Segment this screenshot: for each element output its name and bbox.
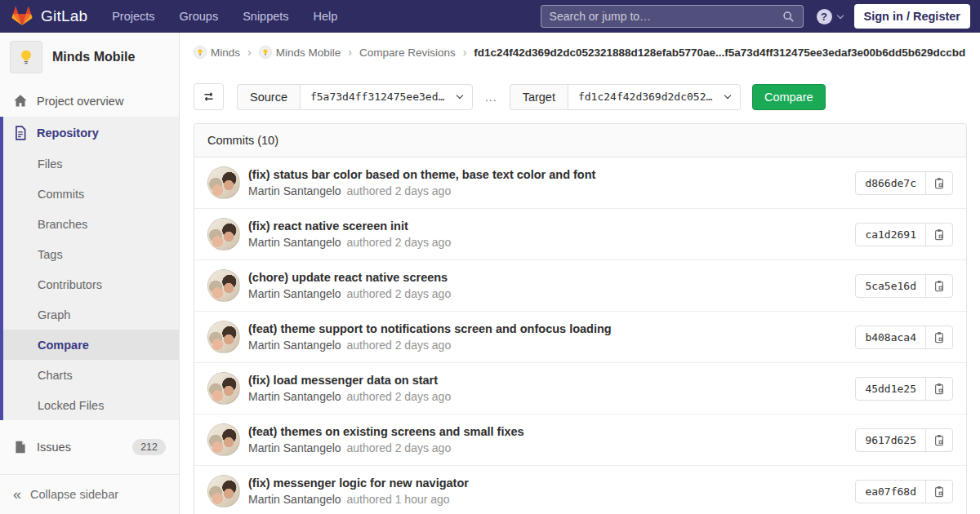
- commit-row: (feat) theme support to notifications sc…: [194, 312, 966, 363]
- commit-author-avatar[interactable]: [207, 372, 240, 405]
- compare-button[interactable]: Compare: [752, 84, 826, 110]
- breadcrumb-label: Compare Revisions: [359, 47, 456, 59]
- commit-sha-button[interactable]: ca1d2691: [855, 223, 926, 246]
- sidebar-repo-subitem[interactable]: Commits: [3, 179, 179, 209]
- breadcrumb-separator: ›: [247, 46, 252, 59]
- commit-author-link[interactable]: Martin Santangelo: [248, 236, 341, 249]
- commit-sha-button[interactable]: d866de7c: [855, 171, 926, 195]
- question-circle-icon: ?: [817, 9, 832, 24]
- commit-author-link[interactable]: Martin Santangelo: [248, 184, 341, 197]
- commit-sha-group: 45dd1e25: [855, 377, 953, 401]
- collapse-sidebar-label: Collapse sidebar: [30, 488, 118, 501]
- project-avatar-small: [259, 46, 272, 59]
- sidebar-item-label: Repository: [37, 126, 99, 140]
- sidebar-item-project-overview[interactable]: Project overview: [0, 86, 179, 117]
- breadcrumb-separator: ›: [463, 46, 467, 59]
- breadcrumb-item-minds-mobile[interactable]: Minds Mobile: [259, 46, 341, 59]
- sidebar-item-issues[interactable]: Issues 212: [0, 432, 179, 463]
- commit-title-link[interactable]: (fix) load messenger data on start: [248, 374, 842, 387]
- lightbulb-icon: [17, 48, 35, 66]
- navbar-link[interactable]: Groups: [180, 10, 219, 23]
- navbar-link[interactable]: Help: [314, 10, 338, 23]
- source-ref-dropdown[interactable]: f5a73d4ff312475ee3ed…: [300, 84, 473, 110]
- commit-row: (chore) update react native screens Mart…: [194, 260, 966, 312]
- sidebar-repo-subitem[interactable]: Locked Files: [3, 390, 179, 420]
- commit-author-avatar[interactable]: [207, 218, 240, 250]
- commit-meta: Martin Santangelo authored 2 days ago: [248, 441, 842, 454]
- commit-title-link[interactable]: (chore) update react native screens: [248, 271, 842, 284]
- commit-info: (fix) messenger logic for new navigator …: [248, 476, 842, 506]
- commit-author-avatar[interactable]: [207, 423, 240, 456]
- search-box[interactable]: [541, 5, 804, 28]
- breadcrumb-current-revision: fd1c24f42d369d2dc052321888d128efab5770ae…: [474, 47, 965, 59]
- breadcrumb-item-minds[interactable]: Minds: [194, 46, 240, 59]
- commit-sha-button[interactable]: b408aca4: [855, 326, 926, 349]
- doc-text-icon: [13, 126, 28, 140]
- sidebar-repo-subitem[interactable]: Graph: [3, 299, 179, 330]
- navbar-link[interactable]: Snippets: [243, 10, 288, 23]
- commit-info: (feat) themes on existing screens and sm…: [248, 425, 842, 454]
- commit-title-link[interactable]: (fix) messenger logic for new navigator: [248, 476, 842, 490]
- copy-commit-sha-button[interactable]: [925, 480, 953, 503]
- copy-commit-sha-button[interactable]: [925, 171, 953, 195]
- commit-author-avatar[interactable]: [207, 321, 240, 353]
- copy-commit-sha-button[interactable]: [925, 428, 953, 452]
- sidebar-repo-subitem[interactable]: Contributors: [3, 269, 179, 299]
- copy-commit-sha-button[interactable]: [925, 274, 953, 298]
- clipboard-copy-icon: [933, 331, 945, 343]
- project-header[interactable]: Minds Mobile: [0, 33, 179, 86]
- search-icon: [782, 11, 795, 23]
- commit-author-avatar[interactable]: [207, 269, 240, 302]
- commit-title-link[interactable]: (feat) themes on existing screens and sm…: [248, 425, 842, 438]
- commit-author-link[interactable]: Martin Santangelo: [248, 287, 341, 300]
- swap-revisions-button[interactable]: [194, 83, 224, 110]
- commit-author-link[interactable]: Martin Santangelo: [248, 493, 341, 506]
- clipboard-copy-icon: [933, 228, 945, 241]
- sign-in-register-button[interactable]: Sign in / Register: [854, 4, 970, 29]
- commit-title-link[interactable]: (fix) react native scereen init: [248, 219, 842, 233]
- copy-commit-sha-button[interactable]: [925, 223, 953, 246]
- sidebar-repo-subitems: FilesCommitsBranchesTagsContributorsGrap…: [3, 148, 179, 420]
- help-menu[interactable]: ?: [817, 9, 843, 24]
- gitlab-logo[interactable]: GitLab: [11, 7, 87, 27]
- commit-author-avatar[interactable]: [207, 475, 240, 507]
- commit-row: (fix) react native scereen init Martin S…: [194, 209, 966, 260]
- breadcrumb-item-compare-revisions[interactable]: Compare Revisions: [359, 47, 456, 59]
- project-name: Minds Mobile: [52, 50, 135, 64]
- double-chevron-left-icon: «: [13, 487, 21, 502]
- group-avatar: [194, 46, 207, 59]
- copy-commit-sha-button[interactable]: [925, 326, 953, 349]
- commit-authored-time: authored 2 days ago: [347, 184, 452, 197]
- chevron-down-icon: [457, 92, 463, 99]
- commit-list: (fix) status bar color based on theme, b…: [194, 157, 966, 514]
- breadcrumb-label: Minds: [211, 47, 240, 59]
- commit-title-link[interactable]: (fix) status bar color based on theme, b…: [248, 168, 842, 181]
- commit-author-link[interactable]: Martin Santangelo: [248, 339, 341, 352]
- search-input[interactable]: [550, 10, 782, 23]
- sidebar-repo-subitem[interactable]: Charts: [3, 360, 179, 390]
- commit-sha-button[interactable]: 9617d625: [855, 428, 926, 452]
- sidebar-repo-subitem[interactable]: Branches: [3, 209, 179, 239]
- commit-sha-button[interactable]: 45dd1e25: [855, 377, 926, 401]
- commit-author-link[interactable]: Martin Santangelo: [248, 441, 341, 454]
- copy-commit-sha-button[interactable]: [925, 377, 953, 401]
- commit-info: (chore) update react native screens Mart…: [248, 271, 842, 300]
- collapse-sidebar-button[interactable]: « Collapse sidebar: [0, 474, 179, 514]
- commit-author-link[interactable]: Martin Santangelo: [248, 390, 341, 403]
- sidebar-repository-section: Repository FilesCommitsBranchesTagsContr…: [0, 117, 179, 420]
- commit-title-link[interactable]: (feat) theme support to notifications sc…: [248, 322, 842, 335]
- commit-sha-button[interactable]: ea07f68d: [855, 480, 926, 503]
- commit-sha-group: 5ca5e16d: [855, 274, 953, 298]
- commit-sha-group: ca1d2691: [855, 223, 953, 246]
- sidebar-item-repository[interactable]: Repository: [3, 117, 179, 148]
- sidebar-repo-subitem[interactable]: Files: [3, 148, 179, 179]
- commit-authored-time: authored 2 days ago: [347, 339, 452, 352]
- commit-author-avatar[interactable]: [207, 166, 240, 199]
- chevron-down-icon: [836, 11, 843, 18]
- sidebar-repo-subitem[interactable]: Compare: [3, 330, 179, 360]
- commit-sha-button[interactable]: 5ca5e16d: [855, 274, 926, 298]
- sidebar-repo-subitem[interactable]: Tags: [3, 239, 179, 269]
- navbar-link[interactable]: Projects: [112, 10, 154, 23]
- target-ref-dropdown[interactable]: fd1c24f42d369d2dc052…: [568, 84, 741, 110]
- commit-authored-time: authored 2 days ago: [347, 390, 452, 403]
